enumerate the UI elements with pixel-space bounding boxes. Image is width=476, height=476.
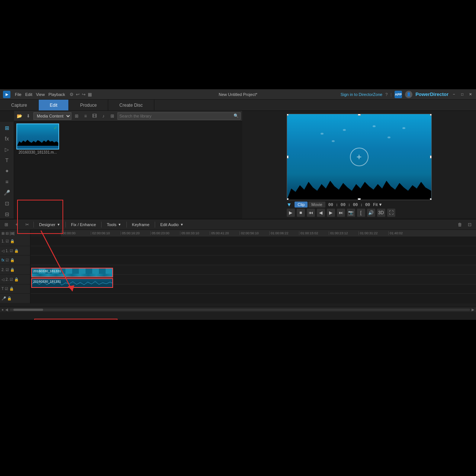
snapshot-btn[interactable]: 📷 xyxy=(347,209,355,217)
filmstrip-icon[interactable]: 🎞 xyxy=(91,112,98,120)
back-btn[interactable]: ◀ xyxy=(317,209,325,217)
stop-btn[interactable]: ■ xyxy=(297,209,305,217)
menu-edit[interactable]: Edit xyxy=(25,92,32,97)
search-input[interactable] xyxy=(119,114,232,118)
track-1a-lock-icon[interactable]: 🔒 xyxy=(14,249,19,253)
track-mic-lock-icon[interactable]: 🔒 xyxy=(7,296,12,300)
volume-btn[interactable]: 🔊 xyxy=(367,209,375,217)
scroll-right-arrow[interactable]: ▶ xyxy=(472,308,475,312)
handle-bottom-left[interactable] xyxy=(287,198,289,200)
fix-enhance-btn[interactable]: Fix / Enhance xyxy=(68,222,99,228)
ruler-tick-6: 02:00:56:10 xyxy=(239,231,269,235)
sidebar-fx-icon[interactable]: fx xyxy=(2,134,12,143)
fish-2 xyxy=(343,129,346,131)
zoom-btn[interactable]: ⊞ xyxy=(1,231,4,235)
play-btn[interactable]: ▶ xyxy=(287,209,295,217)
sidebar-pip-icon[interactable]: ⊟ xyxy=(2,210,12,218)
icon-monitor[interactable]: ▦ xyxy=(88,92,92,97)
tl-copy-btn[interactable]: ⊡ xyxy=(466,221,474,229)
audio-clip-2[interactable]: 20160330_181331 xyxy=(31,278,113,288)
maximize-btn[interactable]: □ xyxy=(460,92,465,97)
nav-create-disc[interactable]: Create Disc xyxy=(108,100,154,110)
scroll-track[interactable] xyxy=(10,309,470,311)
handle-middle-right[interactable] xyxy=(430,155,432,158)
video-clip-2[interactable]: 20160330_181331 xyxy=(31,268,113,277)
fwd-btn[interactable]: ▶ xyxy=(327,209,335,217)
tl-delete-btn[interactable]: 🗑 xyxy=(456,221,464,229)
track-1a-eye-icon[interactable]: ☑ xyxy=(10,249,13,253)
grid-view-icon[interactable]: ⊞ xyxy=(73,112,80,120)
edit-audio-btn[interactable]: Edit Audio ▼ xyxy=(157,222,186,228)
track-2-eye-icon[interactable]: ☑ xyxy=(6,268,9,272)
ruler-tick-2: 05:00:16:20 xyxy=(120,231,150,235)
clip-tab[interactable]: Clip xyxy=(295,202,308,208)
track-fx-lock-icon[interactable]: 🔒 xyxy=(10,258,15,262)
sidebar-mic-icon[interactable]: 🎤 xyxy=(2,188,12,197)
tools-btn[interactable]: Tools ▼ xyxy=(104,222,124,228)
track-T-lock-icon[interactable]: 🔒 xyxy=(9,287,14,291)
track-2a-lock-icon[interactable]: 🔒 xyxy=(14,277,19,282)
handle-top-right[interactable] xyxy=(430,114,432,116)
mark-in-btn[interactable]: [ xyxy=(357,209,365,217)
handle-middle-bottom[interactable] xyxy=(358,198,361,200)
icon-undo[interactable]: ↩ xyxy=(76,92,80,97)
media-content-dropdown[interactable]: Media Content xyxy=(33,112,71,120)
track-2-lock-icon[interactable]: 🔒 xyxy=(10,268,15,272)
media-item[interactable]: ✓ 20160330_181331.m... xyxy=(16,123,59,216)
icon-settings[interactable]: ⚙ xyxy=(70,92,74,97)
close-btn[interactable]: ✕ xyxy=(468,92,473,97)
prev-frame-btn[interactable]: ⏮ xyxy=(307,209,315,217)
scroll-thumb[interactable] xyxy=(13,309,43,311)
audio-icon[interactable]: ♪ xyxy=(100,112,107,120)
menu-playback[interactable]: Playback xyxy=(48,92,65,97)
help-btn[interactable]: ? xyxy=(385,92,387,97)
3d-btn[interactable]: 3D xyxy=(377,209,385,217)
minimize-btn[interactable]: − xyxy=(451,92,457,97)
nav-edit[interactable]: Edit xyxy=(39,100,69,110)
left-sidebar: ⊞ fx ▷ T ✦ ≡ 🎤 ⊡ ⊟ xyxy=(0,122,14,220)
sidebar-chapter-icon[interactable]: ≡ xyxy=(2,177,12,186)
tl-scissors-btn[interactable]: ✂ xyxy=(23,221,31,229)
track-1-eye-icon[interactable]: ☑ xyxy=(6,239,9,243)
scroll-left-arrow[interactable]: ◀ xyxy=(5,308,8,312)
track-1-lock-icon[interactable]: 🔒 xyxy=(10,239,15,243)
sign-in-link[interactable]: Sign in to DirectorZone xyxy=(341,92,383,97)
scroll-left-icon[interactable]: ● xyxy=(1,308,4,312)
timeline-area: ⊞ ⊟ |⊞| 00:00:00 02:00:06:10 05:00:16:20… xyxy=(0,230,476,307)
icon-redo[interactable]: ↪ xyxy=(82,92,86,97)
sidebar-text-icon[interactable]: T xyxy=(2,156,12,164)
handle-middle-left[interactable] xyxy=(287,155,289,158)
aquarium-thumbnail-img xyxy=(17,124,58,149)
app-icon: APP xyxy=(395,91,402,98)
sidebar-transition-icon[interactable]: ▷ xyxy=(2,145,12,154)
download-icon[interactable]: ⬇ xyxy=(25,112,32,120)
movie-tab[interactable]: Movie xyxy=(308,202,325,208)
sidebar-particles-icon[interactable]: ✦ xyxy=(2,167,12,175)
nav-capture[interactable]: Capture xyxy=(0,100,39,110)
nav-produce[interactable]: Produce xyxy=(69,100,108,110)
title-bar-right: Sign in to DirectorZone ? | APP 👤 PowerD… xyxy=(341,91,473,98)
import-icon[interactable]: 📂 xyxy=(16,112,23,120)
checkmark-icon: ✓ xyxy=(54,125,57,131)
tl-right-btns: 🗑 ⊡ xyxy=(456,221,474,229)
fullscreen-btn[interactable]: ⛶ xyxy=(387,209,395,217)
handle-bottom-right[interactable] xyxy=(430,198,432,200)
keyframe-btn[interactable]: Keyframe xyxy=(129,222,152,228)
handle-middle-top[interactable] xyxy=(358,114,361,116)
sort-icon[interactable]: ⊞ xyxy=(109,112,116,120)
next-frame-btn[interactable]: ⏭ xyxy=(337,209,345,217)
list-view-icon[interactable]: ≡ xyxy=(82,112,89,120)
menu-view[interactable]: View xyxy=(36,92,45,97)
handle-top-left[interactable] xyxy=(287,114,289,116)
sidebar-media-icon[interactable]: ⊞ xyxy=(2,123,12,132)
menu-file[interactable]: File xyxy=(15,92,22,97)
sidebar-subtitle-icon[interactable]: ⊡ xyxy=(2,199,12,208)
fit-zoom-btn[interactable]: ⊟ xyxy=(6,231,9,235)
track-2a-eye-icon[interactable]: ☑ xyxy=(10,277,13,282)
tl-snap-btn[interactable]: ⊞ xyxy=(2,221,10,229)
designer-btn[interactable]: Designer ▼ xyxy=(36,222,63,228)
track-T-eye-icon[interactable]: ☑ xyxy=(5,287,8,291)
fit-dropdown[interactable]: Fit ▼ xyxy=(373,202,382,207)
media-thumbnail[interactable]: ✓ xyxy=(16,123,59,149)
tl-add-btn[interactable]: + xyxy=(13,221,21,229)
